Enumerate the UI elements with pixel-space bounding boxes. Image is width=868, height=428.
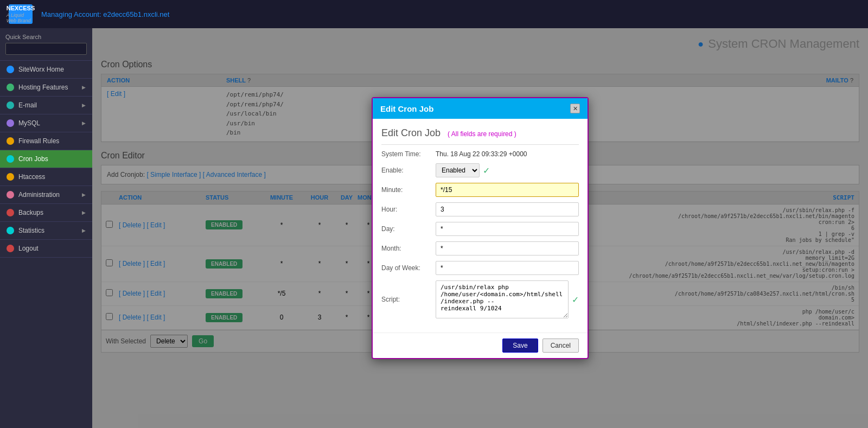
sidebar-item-label: Cron Jobs xyxy=(18,155,48,163)
check-icon: ✓ xyxy=(483,165,490,176)
enable-label: Enable: xyxy=(381,167,436,174)
cancel-button[interactable]: Cancel xyxy=(542,338,579,353)
chevron-right-icon: ▶ xyxy=(82,120,86,126)
modal-title: Edit Cron Job xyxy=(380,104,433,113)
sidebar-item-statistics[interactable]: Statistics ▶ xyxy=(0,222,92,240)
sidebar-item-label: Backups xyxy=(18,209,43,216)
enable-row: Enable: Enabled Disabled ✓ xyxy=(381,163,579,177)
edit-cron-job-modal: Edit Cron Job ✕ Edit Cron Job ( All fiel… xyxy=(372,97,589,359)
sidebar-item-backups[interactable]: Backups ▶ xyxy=(0,204,92,222)
sidebar-item-label: SiteWorx Home xyxy=(18,66,64,73)
sidebar-item-administration[interactable]: Administration ▶ xyxy=(0,186,92,204)
modal-overlay: Edit Cron Job ✕ Edit Cron Job ( All fiel… xyxy=(92,28,868,428)
layout: Quick Search SiteWorx Home Hosting Featu… xyxy=(0,28,868,428)
sidebar-item-logout[interactable]: Logout xyxy=(0,240,92,258)
chevron-right-icon: ▶ xyxy=(82,228,86,233)
day-row: Day: xyxy=(381,222,579,236)
sidebar-item-email[interactable]: E-mail ▶ xyxy=(0,97,92,114)
hour-input[interactable] xyxy=(436,202,579,216)
search-section: Quick Search xyxy=(0,28,92,61)
script-row: Script: /usr/sbin/relax php /home/user/<… xyxy=(381,280,579,318)
sidebar-item-label: Firewall Rules xyxy=(18,137,59,145)
modal-close-button[interactable]: ✕ xyxy=(570,104,580,113)
system-time-label: System Time: xyxy=(381,150,436,158)
month-row: Month: xyxy=(381,241,579,255)
sidebar-item-label: E-mail xyxy=(18,101,37,109)
script-label: Script: xyxy=(381,296,436,303)
logo-sub: A Liquid Web Brand xyxy=(7,12,35,23)
chevron-right-icon: ▶ xyxy=(82,192,86,197)
dow-row: Day of Week: xyxy=(381,261,579,275)
day-input[interactable] xyxy=(436,222,579,236)
chevron-right-icon: ▶ xyxy=(82,85,86,90)
cronjobs-icon xyxy=(7,155,14,163)
sidebar-item-mysql[interactable]: MySQL ▶ xyxy=(0,114,92,132)
sidebar-item-siteworx-home[interactable]: SiteWorx Home xyxy=(0,61,92,79)
modal-footer: Save Cancel xyxy=(373,333,588,358)
month-input[interactable] xyxy=(436,241,579,255)
system-time-value: Thu. 18 Aug 22 09:33:29 +0000 xyxy=(436,150,579,158)
account-name[interactable]: e2decc65b1.nxcli.net xyxy=(103,10,169,18)
sidebar-item-htaccess[interactable]: Htaccess xyxy=(0,168,92,186)
modal-title-bar: Edit Cron Job ✕ xyxy=(373,98,588,119)
administration-icon xyxy=(7,191,14,199)
minute-row: Minute: xyxy=(381,183,579,197)
script-textarea[interactable]: /usr/sbin/relax php /home/user/<domain.c… xyxy=(436,280,569,318)
sidebar-item-firewall-rules[interactable]: Firewall Rules xyxy=(0,132,92,150)
search-input[interactable] xyxy=(5,43,87,55)
sidebar-item-label: Administration xyxy=(18,191,60,199)
sidebar-item-label: MySQL xyxy=(18,119,40,127)
backups-icon xyxy=(7,209,14,216)
email-icon xyxy=(7,101,14,109)
sidebar-item-label: Statistics xyxy=(18,227,44,234)
sidebar-item-hosting-features[interactable]: Hosting Features ▶ xyxy=(0,79,92,97)
logo-box: NEXCESS A Liquid Web Brand xyxy=(9,4,33,24)
script-check-icon: ✓ xyxy=(572,295,579,305)
save-button[interactable]: Save xyxy=(502,338,538,353)
enable-select[interactable]: Enabled Disabled xyxy=(436,163,480,177)
dow-label: Day of Week: xyxy=(381,264,436,272)
modal-divider xyxy=(381,144,579,145)
search-label: Quick Search xyxy=(5,34,87,40)
htaccess-icon xyxy=(7,173,14,181)
day-label: Day: xyxy=(381,225,436,233)
statistics-icon xyxy=(7,227,14,234)
sidebar: Quick Search SiteWorx Home Hosting Featu… xyxy=(0,28,92,428)
main-content: ● System CRON Management Cron Options AC… xyxy=(92,28,868,428)
logo-area: NEXCESS A Liquid Web Brand xyxy=(9,4,33,24)
logo-text: NEXCESS xyxy=(7,5,35,12)
chevron-right-icon: ▶ xyxy=(82,210,86,215)
minute-label: Minute: xyxy=(381,186,436,194)
dow-input[interactable] xyxy=(436,261,579,275)
logout-icon xyxy=(7,245,14,252)
sidebar-item-label: Logout xyxy=(18,245,39,252)
hour-label: Hour: xyxy=(381,206,436,213)
hosting-features-icon xyxy=(7,84,14,91)
sidebar-item-label: Hosting Features xyxy=(18,84,68,91)
siteworx-home-icon xyxy=(7,66,14,73)
sidebar-nav: SiteWorx Home Hosting Features ▶ E-mail … xyxy=(0,61,92,428)
sidebar-item-cron-jobs[interactable]: Cron Jobs xyxy=(0,150,92,168)
system-time-row: System Time: Thu. 18 Aug 22 09:33:29 +00… xyxy=(381,150,579,158)
modal-body: Edit Cron Job ( All fields are required … xyxy=(373,119,588,333)
month-label: Month: xyxy=(381,245,436,252)
header-account: Managing Account: e2decc65b1.nxcli.net xyxy=(41,10,169,18)
mysql-icon xyxy=(7,119,14,127)
modal-required-notice: ( All fields are required ) xyxy=(448,130,516,138)
minute-input[interactable] xyxy=(436,183,579,197)
modal-heading: Edit Cron Job ( All fields are required … xyxy=(381,127,516,138)
firewall-icon xyxy=(7,137,14,145)
sidebar-item-label: Htaccess xyxy=(18,173,45,181)
hour-row: Hour: xyxy=(381,202,579,216)
chevron-right-icon: ▶ xyxy=(82,103,86,108)
header: NEXCESS A Liquid Web Brand Managing Acco… xyxy=(0,0,868,28)
